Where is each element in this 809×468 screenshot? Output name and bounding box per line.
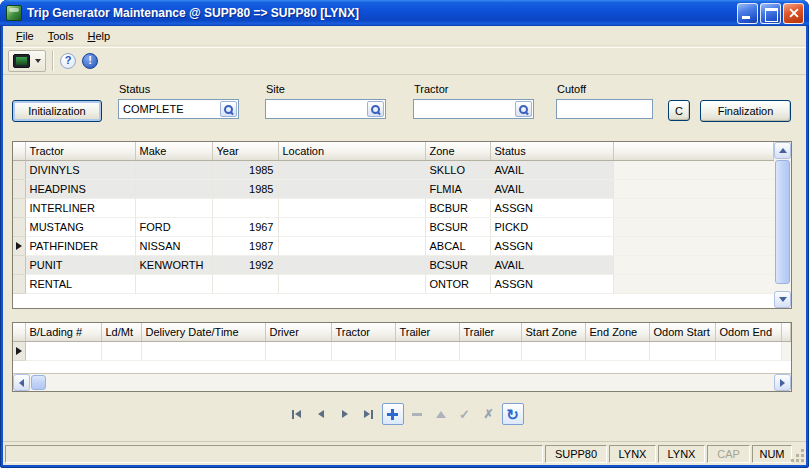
cell[interactable]: ASSGN [490, 198, 613, 217]
cell[interactable]: HEADPINS [25, 179, 135, 198]
cell[interactable]: PUNIT [25, 255, 135, 274]
cell[interactable] [521, 341, 585, 360]
cell[interactable]: AVAIL [490, 160, 613, 179]
cell[interactable]: MUSTANG [25, 217, 135, 236]
menu-tools[interactable]: Tools [41, 28, 81, 44]
cell[interactable]: AVAIL [490, 179, 613, 198]
cutoff-input[interactable] [556, 99, 653, 119]
maximize-button[interactable] [760, 3, 781, 24]
status-lookup-button[interactable] [220, 101, 237, 117]
menu-file[interactable]: File [9, 28, 41, 44]
cell[interactable]: BCSUR [425, 255, 490, 274]
table-row[interactable]: DIVINYLS1985SKLLOAVAIL [13, 160, 774, 179]
cell[interactable]: 1992 [212, 255, 278, 274]
horizontal-scrollbar[interactable] [13, 373, 791, 391]
cell[interactable]: 1987 [212, 236, 278, 255]
nav-edit-button[interactable] [430, 403, 452, 425]
cell[interactable]: ASSGN [490, 274, 613, 293]
column-header[interactable]: Driver [265, 323, 331, 341]
cell[interactable]: ONTOR [425, 274, 490, 293]
scrollbar-thumb[interactable] [775, 160, 790, 284]
site-lookup-button[interactable] [367, 101, 384, 117]
cell[interactable] [278, 160, 425, 179]
cell[interactable] [265, 341, 331, 360]
cell[interactable]: 1985 [212, 160, 278, 179]
column-header[interactable]: Start Zone [521, 323, 585, 341]
nav-cancel-button[interactable]: ✗ [478, 403, 500, 425]
cell[interactable] [141, 341, 265, 360]
cell[interactable] [331, 341, 395, 360]
cell[interactable]: NISSAN [135, 236, 212, 255]
table-row[interactable]: MUSTANGFORD1967BCSURPICKD [13, 217, 774, 236]
connection-dropdown-button[interactable] [8, 50, 46, 72]
cell[interactable]: RENTAL [25, 274, 135, 293]
scroll-up-button[interactable] [774, 142, 791, 159]
c-button[interactable]: C [668, 100, 690, 121]
cell[interactable]: AVAIL [490, 255, 613, 274]
help-button[interactable]: ? [60, 53, 76, 69]
table-row[interactable]: RENTALONTORASSGN [13, 274, 774, 293]
cell[interactable] [278, 255, 425, 274]
column-header[interactable]: B/Lading # [25, 323, 101, 341]
cell[interactable]: DIVINYLS [25, 160, 135, 179]
cell[interactable]: BCBUR [425, 198, 490, 217]
cell[interactable] [212, 198, 278, 217]
resize-grip[interactable] [794, 445, 804, 463]
column-header[interactable]: Zone [425, 142, 490, 160]
scroll-down-button[interactable] [774, 291, 791, 308]
nav-next-button[interactable] [334, 403, 356, 425]
column-header[interactable]: Odom End [715, 323, 781, 341]
tractor-lookup-button[interactable] [515, 101, 532, 117]
cell[interactable] [135, 274, 212, 293]
about-button[interactable]: ! [82, 53, 98, 69]
initialization-button[interactable]: Initialization [12, 100, 102, 122]
column-header[interactable]: End Zone [585, 323, 649, 341]
cell[interactable]: INTERLINER [25, 198, 135, 217]
column-header[interactable]: Year [212, 142, 278, 160]
cell[interactable]: 1985 [212, 179, 278, 198]
cell[interactable] [135, 198, 212, 217]
column-header[interactable]: Tractor [331, 323, 395, 341]
cell[interactable] [649, 341, 715, 360]
cell[interactable]: BCSUR [425, 217, 490, 236]
cell[interactable] [278, 217, 425, 236]
column-header[interactable]: Trailer [459, 323, 521, 341]
cell[interactable] [459, 341, 521, 360]
cell[interactable]: PICKD [490, 217, 613, 236]
nav-prior-button[interactable] [310, 403, 332, 425]
nav-insert-button[interactable] [382, 403, 404, 425]
cell[interactable]: 1967 [212, 217, 278, 236]
column-header[interactable]: Delivery Date/Time [141, 323, 265, 341]
table-row[interactable]: PUNITKENWORTH1992BCSURAVAIL [13, 255, 774, 274]
table-row[interactable] [13, 341, 791, 360]
column-header[interactable]: Status [490, 142, 613, 160]
column-header[interactable]: Trailer [395, 323, 459, 341]
menu-help[interactable]: Help [80, 28, 117, 44]
table-row[interactable]: INTERLINERBCBURASSGN [13, 198, 774, 217]
cell[interactable]: FORD [135, 217, 212, 236]
cell[interactable]: FLMIA [425, 179, 490, 198]
cell[interactable] [212, 274, 278, 293]
cell[interactable]: KENWORTH [135, 255, 212, 274]
column-header[interactable]: Location [278, 142, 425, 160]
cell[interactable] [715, 341, 781, 360]
vertical-scrollbar[interactable] [774, 142, 791, 308]
cell[interactable]: SKLLO [425, 160, 490, 179]
table-row[interactable]: HEADPINS1985FLMIAAVAIL [13, 179, 774, 198]
column-header[interactable]: Odom Start [649, 323, 715, 341]
scroll-left-button[interactable] [13, 374, 30, 391]
close-button[interactable] [783, 3, 804, 24]
cell[interactable] [278, 236, 425, 255]
cell[interactable] [101, 341, 141, 360]
scrollbar-track[interactable] [774, 159, 791, 291]
nav-first-button[interactable] [286, 403, 308, 425]
scroll-right-button[interactable] [774, 374, 791, 391]
table-row[interactable]: PATHFINDERNISSAN1987ABCALASSGN [13, 236, 774, 255]
finalization-button[interactable]: Finalization [700, 100, 791, 122]
cell[interactable] [135, 160, 212, 179]
nav-last-button[interactable] [358, 403, 380, 425]
cell[interactable] [395, 341, 459, 360]
cell[interactable] [278, 274, 425, 293]
minimize-button[interactable] [737, 3, 758, 24]
cell[interactable] [278, 179, 425, 198]
